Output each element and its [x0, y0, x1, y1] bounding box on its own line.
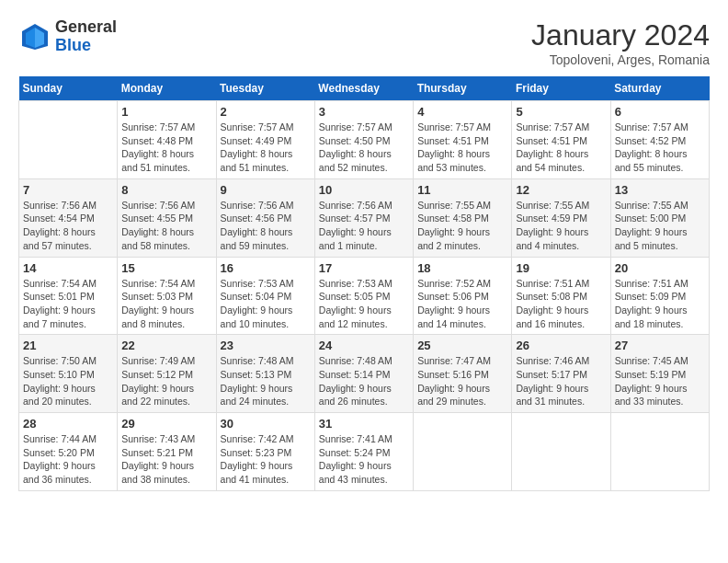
calendar-cell	[512, 413, 610, 491]
calendar-cell: 30Sunrise: 7:42 AM Sunset: 5:23 PM Dayli…	[216, 413, 314, 491]
day-info: Sunrise: 7:53 AM Sunset: 5:04 PM Dayligh…	[221, 277, 311, 331]
calendar-cell: 10Sunrise: 7:56 AM Sunset: 4:57 PM Dayli…	[314, 178, 413, 257]
day-info: Sunrise: 7:57 AM Sunset: 4:48 PM Dayligh…	[121, 121, 211, 175]
day-number: 24	[319, 339, 409, 352]
calendar-cell: 19Sunrise: 7:51 AM Sunset: 5:08 PM Dayli…	[512, 257, 610, 335]
day-info: Sunrise: 7:43 AM Sunset: 5:21 PM Dayligh…	[121, 432, 211, 487]
day-number: 4	[417, 105, 507, 119]
calendar-cell: 20Sunrise: 7:51 AM Sunset: 5:09 PM Dayli…	[610, 257, 709, 335]
logo: General Blue	[18, 18, 117, 55]
day-number: 6	[615, 105, 705, 119]
calendar-cell: 16Sunrise: 7:53 AM Sunset: 5:04 PM Dayli…	[216, 257, 314, 335]
day-number: 14	[23, 261, 113, 275]
day-number: 25	[417, 339, 507, 352]
logo-general-text: General	[55, 18, 117, 37]
day-number: 17	[319, 261, 409, 275]
calendar-cell: 4Sunrise: 7:57 AM Sunset: 4:51 PM Daylig…	[414, 101, 512, 179]
day-number: 31	[319, 417, 409, 431]
day-number: 9	[221, 183, 311, 197]
day-info: Sunrise: 7:57 AM Sunset: 4:50 PM Dayligh…	[319, 121, 409, 175]
day-number: 7	[23, 183, 113, 197]
calendar-cell: 12Sunrise: 7:55 AM Sunset: 4:59 PM Dayli…	[512, 178, 610, 257]
day-info: Sunrise: 7:48 AM Sunset: 5:13 PM Dayligh…	[221, 354, 311, 408]
calendar-cell: 5Sunrise: 7:57 AM Sunset: 4:51 PM Daylig…	[512, 101, 610, 179]
calendar-cell: 1Sunrise: 7:57 AM Sunset: 4:48 PM Daylig…	[118, 101, 216, 179]
calendar-week-row: 21Sunrise: 7:50 AM Sunset: 5:10 PM Dayli…	[19, 335, 710, 413]
day-number: 15	[121, 261, 211, 275]
calendar-week-row: 1Sunrise: 7:57 AM Sunset: 4:48 PM Daylig…	[19, 101, 710, 179]
day-number: 5	[516, 105, 606, 119]
calendar-cell: 18Sunrise: 7:52 AM Sunset: 5:06 PM Dayli…	[414, 257, 512, 335]
day-number: 18	[417, 261, 507, 275]
day-info: Sunrise: 7:51 AM Sunset: 5:08 PM Dayligh…	[516, 277, 606, 331]
day-info: Sunrise: 7:48 AM Sunset: 5:14 PM Dayligh…	[319, 354, 409, 408]
day-info: Sunrise: 7:47 AM Sunset: 5:16 PM Dayligh…	[417, 354, 507, 408]
day-number: 1	[121, 105, 211, 119]
calendar-cell: 13Sunrise: 7:55 AM Sunset: 5:00 PM Dayli…	[610, 178, 709, 257]
title-block: January 2024 Topoloveni, Arges, Romania	[531, 18, 710, 67]
calendar-cell: 22Sunrise: 7:49 AM Sunset: 5:12 PM Dayli…	[118, 335, 216, 413]
day-number: 26	[516, 339, 606, 352]
calendar-cell: 9Sunrise: 7:56 AM Sunset: 4:56 PM Daylig…	[216, 178, 314, 257]
calendar-cell: 24Sunrise: 7:48 AM Sunset: 5:14 PM Dayli…	[314, 335, 413, 413]
calendar-cell: 3Sunrise: 7:57 AM Sunset: 4:50 PM Daylig…	[314, 101, 413, 179]
day-number: 28	[23, 417, 113, 431]
day-number: 16	[221, 261, 311, 275]
calendar-cell: 26Sunrise: 7:46 AM Sunset: 5:17 PM Dayli…	[512, 335, 610, 413]
weekday-header-sunday: Sunday	[19, 76, 118, 101]
location-text: Topoloveni, Arges, Romania	[531, 52, 710, 67]
day-number: 30	[221, 417, 311, 431]
calendar-cell: 14Sunrise: 7:54 AM Sunset: 5:01 PM Dayli…	[19, 257, 118, 335]
calendar-cell: 11Sunrise: 7:55 AM Sunset: 4:58 PM Dayli…	[414, 178, 512, 257]
calendar-week-row: 28Sunrise: 7:44 AM Sunset: 5:20 PM Dayli…	[19, 413, 710, 491]
day-info: Sunrise: 7:56 AM Sunset: 4:57 PM Dayligh…	[319, 199, 409, 253]
logo-blue-text: Blue	[55, 37, 117, 55]
calendar-cell: 7Sunrise: 7:56 AM Sunset: 4:54 PM Daylig…	[19, 178, 118, 257]
calendar-cell	[610, 413, 709, 491]
day-info: Sunrise: 7:57 AM Sunset: 4:49 PM Dayligh…	[221, 121, 311, 175]
day-number: 2	[221, 105, 311, 119]
calendar-cell: 28Sunrise: 7:44 AM Sunset: 5:20 PM Dayli…	[19, 413, 118, 491]
day-number: 27	[615, 339, 705, 352]
calendar-week-row: 7Sunrise: 7:56 AM Sunset: 4:54 PM Daylig…	[19, 178, 710, 257]
calendar-cell: 6Sunrise: 7:57 AM Sunset: 4:52 PM Daylig…	[610, 101, 709, 179]
day-number: 23	[221, 339, 311, 352]
day-info: Sunrise: 7:56 AM Sunset: 4:55 PM Dayligh…	[121, 199, 211, 253]
day-info: Sunrise: 7:54 AM Sunset: 5:03 PM Dayligh…	[121, 277, 211, 331]
day-number: 10	[319, 183, 409, 197]
weekday-header-friday: Friday	[512, 76, 610, 101]
weekday-header-saturday: Saturday	[610, 76, 709, 101]
day-number: 22	[121, 339, 211, 352]
day-info: Sunrise: 7:56 AM Sunset: 4:54 PM Dayligh…	[23, 199, 113, 253]
calendar-cell: 8Sunrise: 7:56 AM Sunset: 4:55 PM Daylig…	[118, 178, 216, 257]
day-info: Sunrise: 7:55 AM Sunset: 5:00 PM Dayligh…	[615, 199, 705, 253]
day-info: Sunrise: 7:56 AM Sunset: 4:56 PM Dayligh…	[221, 199, 311, 253]
page-header: General Blue January 2024 Topoloveni, Ar…	[18, 18, 710, 67]
day-info: Sunrise: 7:44 AM Sunset: 5:20 PM Dayligh…	[23, 432, 113, 487]
day-info: Sunrise: 7:42 AM Sunset: 5:23 PM Dayligh…	[221, 432, 311, 487]
day-info: Sunrise: 7:55 AM Sunset: 4:59 PM Dayligh…	[516, 199, 606, 253]
calendar-cell: 25Sunrise: 7:47 AM Sunset: 5:16 PM Dayli…	[414, 335, 512, 413]
day-number: 12	[516, 183, 606, 197]
day-number: 11	[417, 183, 507, 197]
weekday-header-row: SundayMondayTuesdayWednesdayThursdayFrid…	[19, 76, 710, 101]
day-info: Sunrise: 7:41 AM Sunset: 5:24 PM Dayligh…	[319, 432, 409, 487]
calendar-cell: 29Sunrise: 7:43 AM Sunset: 5:21 PM Dayli…	[118, 413, 216, 491]
day-number: 21	[23, 339, 113, 352]
calendar-cell: 31Sunrise: 7:41 AM Sunset: 5:24 PM Dayli…	[314, 413, 413, 491]
calendar-week-row: 14Sunrise: 7:54 AM Sunset: 5:01 PM Dayli…	[19, 257, 710, 335]
day-number: 3	[319, 105, 409, 119]
day-info: Sunrise: 7:51 AM Sunset: 5:09 PM Dayligh…	[615, 277, 705, 331]
calendar-cell: 27Sunrise: 7:45 AM Sunset: 5:19 PM Dayli…	[610, 335, 709, 413]
day-info: Sunrise: 7:54 AM Sunset: 5:01 PM Dayligh…	[23, 277, 113, 331]
day-number: 20	[615, 261, 705, 275]
calendar-cell: 21Sunrise: 7:50 AM Sunset: 5:10 PM Dayli…	[19, 335, 118, 413]
day-number: 13	[615, 183, 705, 197]
day-info: Sunrise: 7:57 AM Sunset: 4:51 PM Dayligh…	[516, 121, 606, 175]
day-number: 19	[516, 261, 606, 275]
calendar-cell: 2Sunrise: 7:57 AM Sunset: 4:49 PM Daylig…	[216, 101, 314, 179]
weekday-header-monday: Monday	[118, 76, 216, 101]
calendar-table: SundayMondayTuesdayWednesdayThursdayFrid…	[18, 76, 710, 491]
day-info: Sunrise: 7:53 AM Sunset: 5:05 PM Dayligh…	[319, 277, 409, 331]
weekday-header-tuesday: Tuesday	[216, 76, 314, 101]
